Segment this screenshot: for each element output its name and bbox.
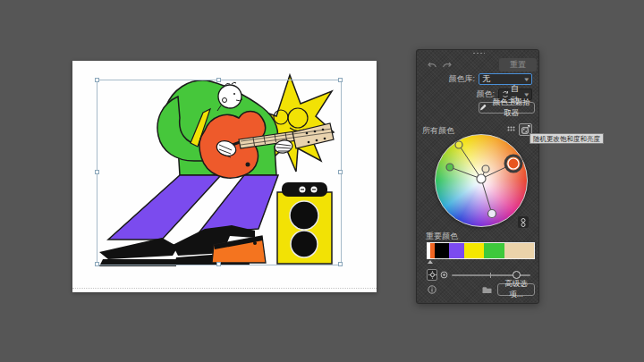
show-saturation-hue-toggle[interactable]: [427, 269, 437, 281]
illustrator-canvas: 重置 颜色库: 无 ▾ 颜色: 自动 ▾ 颜色主题拾取器 所有颜色: [0, 0, 644, 362]
prominent-colors-bar[interactable]: [427, 242, 535, 259]
info-icon[interactable]: [427, 284, 436, 294]
prominent-bar-marker[interactable]: [428, 260, 433, 264]
reset-button[interactable]: 重置: [499, 58, 537, 72]
wheel-handle-green[interactable]: [446, 164, 453, 171]
color-wheel-handles[interactable]: [436, 135, 529, 228]
show-brightness-hue-toggle[interactable]: [438, 269, 449, 281]
randomize-color-order-icon[interactable]: [506, 125, 516, 135]
selection-handle[interactable]: [95, 262, 99, 266]
selection-handle[interactable]: [95, 78, 99, 82]
panel-drag-grip[interactable]: [472, 52, 485, 55]
prominent-color-segment[interactable]: [435, 243, 448, 258]
recolor-artwork-panel[interactable]: 重置 颜色库: 无 ▾ 颜色: 自动 ▾ 颜色主题拾取器 所有颜色: [416, 49, 539, 304]
prominent-color-segment[interactable]: [504, 243, 534, 258]
brightness-slider[interactable]: [452, 274, 530, 276]
color-wheel[interactable]: [435, 134, 528, 227]
prominent-color-segment[interactable]: [449, 243, 464, 258]
prominent-colors-label: 重要颜色: [426, 231, 458, 242]
link-harmony-colors-icon[interactable]: [518, 216, 529, 228]
wheel-handle-beige[interactable]: [482, 165, 489, 173]
wheel-handle-lavender[interactable]: [488, 210, 496, 218]
slider-handle[interactable]: [513, 271, 521, 279]
tooltip: 随机更改饱和度和亮度: [530, 133, 604, 144]
color-library-value: 无: [482, 73, 490, 85]
selection-handle[interactable]: [216, 78, 221, 82]
undo-icon[interactable]: [427, 60, 437, 71]
selection-handle[interactable]: [338, 262, 343, 266]
eyedropper-icon: [479, 104, 487, 112]
wheel-handle-yellow[interactable]: [455, 141, 462, 148]
redo-icon[interactable]: [441, 60, 452, 71]
color-theme-picker-label: 颜色主题拾取器: [489, 97, 534, 119]
save-to-swatches-icon[interactable]: [481, 285, 492, 294]
wheel-handle-base-white[interactable]: [477, 174, 486, 183]
color-library-label: 颜色库:: [448, 73, 475, 85]
selection-handle[interactable]: [216, 262, 221, 266]
slider-tick: [490, 273, 491, 278]
chevron-down-icon: ▾: [525, 76, 530, 83]
color-theme-picker-button[interactable]: 颜色主题拾取器: [479, 102, 535, 114]
prominent-color-segment[interactable]: [484, 243, 504, 258]
selection-handle[interactable]: [338, 170, 343, 174]
prominent-color-segment[interactable]: [464, 243, 484, 258]
selection-bounding-box[interactable]: [97, 80, 342, 265]
selection-handle[interactable]: [338, 78, 343, 82]
wheel-handle-orange-selected[interactable]: [508, 158, 519, 169]
advanced-options-button[interactable]: 高级选项...: [497, 283, 535, 296]
selection-handle[interactable]: [95, 170, 99, 174]
